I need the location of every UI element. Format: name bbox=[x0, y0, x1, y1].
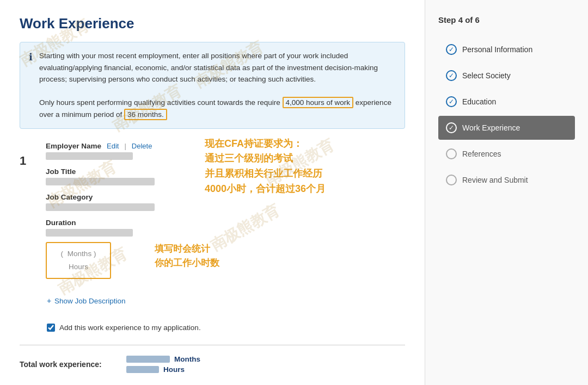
sidebar-check-icon-education: ✓ bbox=[446, 96, 457, 107]
job-category-label: Job Category bbox=[46, 193, 93, 201]
highlight-hours: 4,000 hours of work bbox=[283, 97, 354, 108]
total-months-bar bbox=[126, 356, 170, 363]
job-category-value bbox=[46, 203, 155, 211]
edit-link[interactable]: Edit bbox=[107, 142, 119, 150]
employer-number: 1 bbox=[20, 142, 33, 288]
employer-section: 1 Employer Name Edit | Delete Job Title bbox=[20, 142, 405, 288]
info-text: Starting with your most recent employmen… bbox=[39, 50, 396, 121]
employer-fields: Employer Name Edit | Delete Job Title bbox=[46, 142, 405, 288]
duration-label: Duration bbox=[46, 219, 76, 227]
sidebar-item-review[interactable]: Review and Submit bbox=[438, 168, 575, 192]
duration-value-bar bbox=[46, 229, 133, 237]
add-to-application-label: Add this work experience to my applicati… bbox=[59, 324, 201, 332]
sidebar-item-label-review: Review and Submit bbox=[462, 176, 528, 184]
total-hours-row: Hours bbox=[126, 365, 200, 374]
job-title-group: Job Title bbox=[46, 167, 405, 185]
info-icon: ℹ bbox=[29, 51, 33, 63]
sidebar-item-label-personal: Personal Information bbox=[462, 45, 532, 54]
employer-name-value bbox=[46, 152, 133, 160]
sidebar-item-label-society: Select Society bbox=[462, 71, 511, 80]
sidebar-check-icon-references bbox=[446, 148, 457, 159]
sidebar-item-education[interactable]: ✓Education bbox=[438, 90, 575, 114]
duration-summary-box: ( Months ) Hours bbox=[46, 242, 111, 280]
employer-name-label: Employer Name bbox=[46, 142, 101, 150]
job-title-label: Job Title bbox=[46, 167, 76, 176]
step-label: Step 4 of 6 bbox=[438, 15, 575, 24]
annotation-hours: 填写时会统计你的工作小时数 bbox=[155, 242, 219, 271]
total-label: Total work experience: bbox=[20, 360, 118, 369]
page-title: Work Experience bbox=[20, 15, 405, 32]
info-box: ℹ Starting with your most recent employm… bbox=[20, 42, 405, 129]
job-title-value bbox=[46, 178, 155, 185]
total-hours-bar bbox=[126, 366, 159, 373]
sidebar-item-label-education: Education bbox=[462, 97, 496, 106]
duration-hours-display: Hours bbox=[56, 260, 101, 274]
duration-months-display: ( Months ) bbox=[56, 247, 101, 260]
add-to-application-row: Add this work experience to my applicati… bbox=[47, 324, 405, 332]
total-section: Total work experience: Months Hours bbox=[20, 345, 405, 374]
show-job-description-link[interactable]: + Show Job Description bbox=[47, 296, 126, 305]
total-months-row: Months bbox=[126, 355, 200, 363]
job-category-group: Job Category bbox=[46, 193, 405, 211]
duration-group: Duration ( Months ) Hours bbox=[46, 219, 405, 280]
total-hours-label: Hours bbox=[163, 365, 185, 374]
total-values: Months Hours bbox=[126, 355, 200, 374]
sidebar: Step 4 of 6 ✓Personal Information✓Select… bbox=[425, 0, 588, 385]
sidebar-check-icon-work: ✓ bbox=[446, 122, 457, 133]
plus-icon: + bbox=[47, 296, 51, 305]
sidebar-nav: ✓Personal Information✓Select Society✓Edu… bbox=[438, 38, 575, 192]
employer-name-group: Employer Name Edit | Delete bbox=[46, 142, 405, 160]
sidebar-item-references[interactable]: References bbox=[438, 142, 575, 166]
highlight-months: 36 months. bbox=[124, 109, 167, 120]
show-job-label: Show Job Description bbox=[54, 297, 126, 305]
sidebar-check-icon-society: ✓ bbox=[446, 70, 457, 81]
sidebar-check-icon-review bbox=[446, 175, 457, 185]
sidebar-item-personal[interactable]: ✓Personal Information bbox=[438, 38, 575, 61]
sidebar-item-label-work: Work Experience bbox=[462, 123, 520, 132]
sidebar-item-society[interactable]: ✓Select Society bbox=[438, 64, 575, 88]
sidebar-item-work: ✓Work Experience bbox=[438, 116, 575, 140]
delete-link[interactable]: Delete bbox=[132, 142, 152, 150]
total-months-label: Months bbox=[174, 355, 200, 363]
sidebar-item-label-references: References bbox=[462, 150, 501, 158]
add-to-application-checkbox[interactable] bbox=[47, 324, 55, 332]
sidebar-check-icon-personal: ✓ bbox=[446, 44, 457, 55]
